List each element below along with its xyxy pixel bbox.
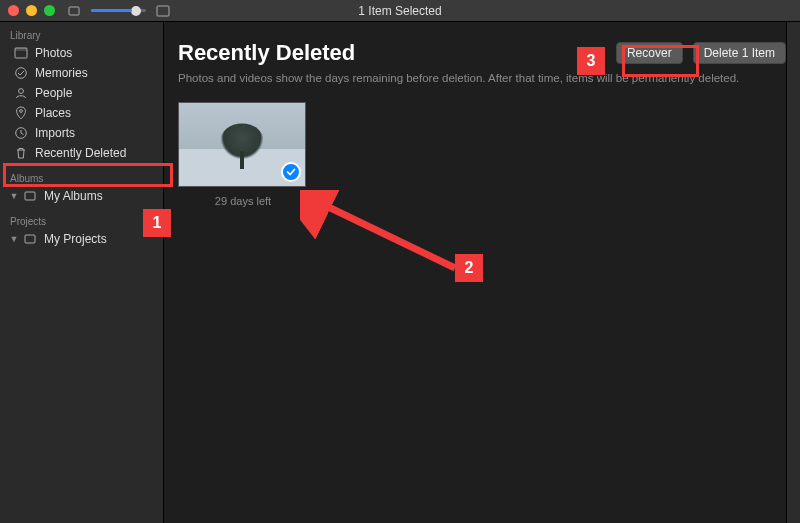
sidebar-item-label: Recently Deleted: [35, 146, 126, 160]
places-icon: [14, 106, 28, 120]
svg-rect-3: [15, 48, 27, 51]
photo-grid: 29 days left: [178, 102, 786, 207]
sidebar-item-my-albums[interactable]: ▼ My Albums: [0, 186, 163, 206]
sidebar-item-label: People: [35, 86, 72, 100]
sidebar-header-albums: Albums: [0, 169, 163, 186]
sidebar-item-label: Memories: [35, 66, 88, 80]
close-window-icon[interactable]: [8, 5, 19, 16]
sidebar-header-projects: Projects: [0, 212, 163, 229]
svg-rect-0: [69, 7, 79, 15]
main-content: Recently Deleted Recover Delete 1 Item P…: [164, 22, 800, 523]
disclosure-triangle-icon[interactable]: ▼: [10, 235, 18, 243]
recover-button[interactable]: Recover: [616, 42, 683, 64]
selected-check-icon: [281, 162, 301, 182]
app-body: Library Photos Memories People Places Im…: [0, 22, 800, 523]
sidebar-item-recently-deleted[interactable]: Recently Deleted: [0, 143, 163, 163]
svg-rect-1: [157, 6, 169, 16]
photo-caption: 29 days left: [178, 195, 308, 207]
sidebar-item-label: Places: [35, 106, 71, 120]
memories-icon: [14, 66, 28, 80]
svg-point-6: [20, 110, 23, 113]
photo-item[interactable]: 29 days left: [178, 102, 308, 207]
thumbnail-size-small-icon[interactable]: [67, 4, 81, 18]
sidebar-item-imports[interactable]: Imports: [0, 123, 163, 143]
trash-icon: [14, 146, 28, 160]
minimize-window-icon[interactable]: [26, 5, 37, 16]
sidebar-item-label: My Projects: [44, 232, 107, 246]
sidebar-item-people[interactable]: People: [0, 83, 163, 103]
photos-icon: [14, 46, 28, 60]
disclosure-triangle-icon[interactable]: ▼: [10, 192, 18, 200]
project-icon: [23, 232, 37, 246]
sidebar-header-library: Library: [0, 26, 163, 43]
zoom-slider[interactable]: [91, 9, 146, 12]
svg-point-5: [19, 89, 24, 94]
window-controls: [8, 5, 55, 16]
page-subtitle: Photos and videos show the days remainin…: [178, 72, 786, 84]
sidebar-item-memories[interactable]: Memories: [0, 63, 163, 83]
album-icon: [23, 189, 37, 203]
delete-button[interactable]: Delete 1 Item: [693, 42, 786, 64]
people-icon: [14, 86, 28, 100]
svg-rect-9: [25, 235, 35, 243]
sidebar-item-photos[interactable]: Photos: [0, 43, 163, 63]
fullscreen-window-icon[interactable]: [44, 5, 55, 16]
thumbnail-size-large-icon[interactable]: [156, 4, 170, 18]
sidebar: Library Photos Memories People Places Im…: [0, 22, 164, 523]
sidebar-item-my-projects[interactable]: ▼ My Projects: [0, 229, 163, 249]
page-title: Recently Deleted: [178, 40, 355, 66]
sidebar-item-label: Imports: [35, 126, 75, 140]
titlebar: 1 Item Selected: [0, 0, 800, 22]
photo-thumbnail[interactable]: [178, 102, 306, 187]
sidebar-item-label: Photos: [35, 46, 72, 60]
svg-point-4: [16, 68, 27, 79]
sidebar-item-label: My Albums: [44, 189, 103, 203]
vertical-scrollbar[interactable]: [786, 22, 800, 523]
imports-icon: [14, 126, 28, 140]
sidebar-item-places[interactable]: Places: [0, 103, 163, 123]
svg-rect-8: [25, 192, 35, 200]
